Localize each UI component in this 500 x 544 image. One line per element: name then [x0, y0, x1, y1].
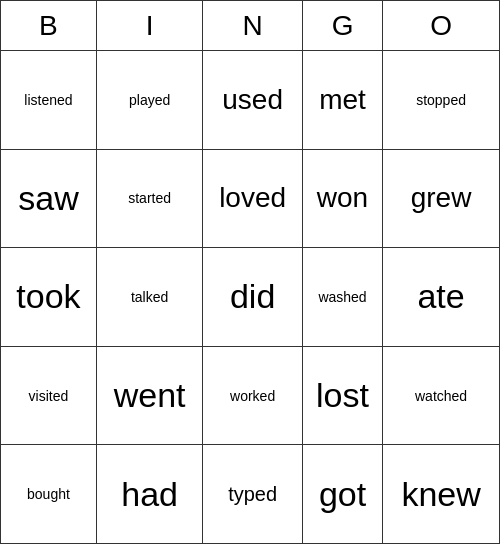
bingo-header-cell: N — [203, 1, 303, 51]
bingo-cell: took — [1, 248, 97, 347]
bingo-row: tooktalkeddidwashedate — [1, 248, 500, 347]
bingo-cell: talked — [96, 248, 202, 347]
bingo-cell: grew — [383, 149, 500, 248]
bingo-cell: went — [96, 346, 202, 445]
bingo-cell: saw — [1, 149, 97, 248]
bingo-cell: used — [203, 51, 303, 150]
bingo-cell: worked — [203, 346, 303, 445]
bingo-cell: lost — [302, 346, 382, 445]
bingo-cell: knew — [383, 445, 500, 544]
bingo-cell: ate — [383, 248, 500, 347]
bingo-row: visitedwentworkedlostwatched — [1, 346, 500, 445]
bingo-row: listenedplayedusedmetstopped — [1, 51, 500, 150]
bingo-header-row: BINGO — [1, 1, 500, 51]
bingo-cell: watched — [383, 346, 500, 445]
bingo-header-cell: O — [383, 1, 500, 51]
bingo-row: boughthadtypedgotknew — [1, 445, 500, 544]
bingo-header-cell: G — [302, 1, 382, 51]
bingo-cell: got — [302, 445, 382, 544]
bingo-cell: started — [96, 149, 202, 248]
bingo-cell: loved — [203, 149, 303, 248]
bingo-cell: typed — [203, 445, 303, 544]
bingo-header-cell: I — [96, 1, 202, 51]
bingo-cell: visited — [1, 346, 97, 445]
bingo-cell: met — [302, 51, 382, 150]
bingo-cell: did — [203, 248, 303, 347]
bingo-cell: played — [96, 51, 202, 150]
bingo-header-cell: B — [1, 1, 97, 51]
bingo-cell: bought — [1, 445, 97, 544]
bingo-cell: listened — [1, 51, 97, 150]
bingo-row: sawstartedlovedwongrew — [1, 149, 500, 248]
bingo-cell: had — [96, 445, 202, 544]
bingo-cell: won — [302, 149, 382, 248]
bingo-cell: washed — [302, 248, 382, 347]
bingo-cell: stopped — [383, 51, 500, 150]
bingo-board: BINGO listenedplayedusedmetstoppedsawsta… — [0, 0, 500, 544]
